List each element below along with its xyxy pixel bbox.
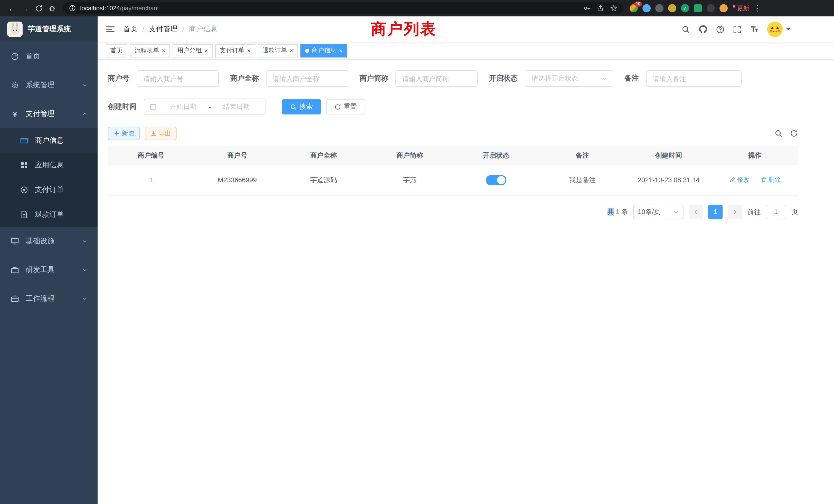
search-button[interactable]: 搜索 [282, 99, 321, 114]
table-right-tools [774, 129, 798, 138]
page-size-select[interactable]: 10条/页 [633, 205, 683, 219]
browser-extension-icon-5[interactable]: ✓ [681, 4, 689, 12]
prev-page-button[interactable] [689, 205, 703, 219]
edit-link[interactable]: 修改 [729, 176, 749, 184]
merchant-no-input[interactable] [137, 70, 219, 87]
address-bar[interactable]: localhost:1024/pay/merchant [63, 2, 623, 14]
password-key-icon[interactable] [584, 5, 591, 12]
tab-refund-order[interactable]: 退款订单× [258, 44, 298, 57]
toolbox-icon [10, 266, 20, 274]
sidebar-item-label: 系统管理 [26, 81, 54, 90]
status-label: 开启状态 [489, 74, 518, 83]
chevron-up-icon [82, 111, 87, 116]
toggle-search-icon[interactable] [774, 129, 783, 138]
yen-icon: ¥ [10, 110, 20, 118]
refresh-table-icon[interactable] [790, 129, 798, 138]
col-merchant-no: 商户号 [194, 146, 280, 165]
sidebar-item-infrastructure[interactable]: 基础设施 [0, 227, 97, 256]
hamburger-icon[interactable] [106, 25, 115, 34]
sidebar-item-system[interactable]: 系统管理 [0, 71, 97, 99]
app-title: 芋道管理系统 [28, 25, 71, 34]
tab-home[interactable]: 首页 [106, 44, 127, 57]
full-name-input[interactable] [266, 70, 348, 87]
sidebar: 芋道管理系统 首页 系统管理 [0, 17, 97, 504]
browser-back-button[interactable]: ← [5, 2, 19, 15]
full-name-label: 商户全称 [230, 74, 259, 83]
bookmark-star-icon[interactable] [610, 5, 617, 12]
fullscreen-icon[interactable] [733, 25, 742, 33]
sidebar-item-home[interactable]: 首页 [0, 42, 97, 71]
date-range-picker[interactable]: 开始日期 - 结束日期 [144, 98, 265, 115]
table-header-row: 商户编号 商户号 商户全称 商户简称 开启状态 备注 创建时间 操作 [108, 146, 798, 165]
tab-close-icon[interactable]: × [339, 47, 343, 54]
sidebar-item-dev-tools[interactable]: 研发工具 [0, 256, 97, 284]
end-date-placeholder: 结束日期 [213, 102, 260, 111]
col-merchant-id: 商户编号 [108, 146, 194, 165]
status-select[interactable]: 请选择开启状态 [525, 70, 613, 87]
sidebar-subitem-app-info[interactable]: 应用信息 [0, 153, 97, 178]
browser-update-button[interactable]: 更新 [733, 4, 749, 13]
caret-down-icon [786, 27, 791, 32]
tab-payment-order[interactable]: 支付订单× [215, 44, 255, 57]
browser-extension-icon-1[interactable]: 10 [630, 4, 638, 12]
logo-avatar [7, 22, 23, 37]
help-icon[interactable] [716, 25, 725, 33]
screen: ← → localhost:1024/pay/merchant [0, 0, 834, 504]
cell-full-name: 芋道源码 [280, 165, 367, 195]
tab-user-group[interactable]: 用户分组× [173, 44, 213, 57]
merchant-table: 商户编号 商户号 商户全称 商户简称 开启状态 备注 创建时间 操作 1 [108, 146, 798, 195]
github-icon[interactable] [698, 25, 708, 34]
tab-close-icon[interactable]: × [247, 47, 250, 54]
sidebar-subitem-refund-order[interactable]: 退款订单 [0, 202, 97, 227]
browser-home-button[interactable] [45, 2, 59, 15]
tab-process-form[interactable]: 流程表单× [130, 44, 170, 57]
next-page-button[interactable] [728, 205, 742, 219]
dashboard-icon [10, 52, 20, 61]
browser-forward-button[interactable]: → [19, 2, 32, 15]
remark-input[interactable] [646, 70, 742, 87]
document-icon [20, 210, 29, 219]
breadcrumb-home[interactable]: 首页 [123, 25, 138, 34]
app-logo[interactable]: 芋道管理系统 [0, 17, 97, 42]
header-search-icon[interactable] [681, 25, 690, 33]
tab-close-icon[interactable]: × [162, 47, 166, 54]
sidebar-item-label: 应用信息 [35, 161, 64, 170]
reset-button[interactable]: 重置 [326, 99, 365, 114]
share-icon[interactable] [597, 5, 604, 12]
site-info-icon[interactable] [69, 5, 76, 12]
sidebar-subitem-merchant-info[interactable]: 商户信息 [0, 128, 97, 153]
browser-extension-icon-2[interactable] [642, 4, 651, 12]
sidebar-subitem-pay-order[interactable]: 支付订单 [0, 178, 97, 202]
status-toggle[interactable] [486, 175, 506, 185]
user-menu[interactable] [767, 22, 791, 37]
sidebar-item-workflow[interactable]: 工作流程 [0, 284, 97, 313]
tab-merchant-info[interactable]: 商户信息× [301, 44, 347, 57]
target-icon [20, 186, 29, 194]
browser-extension-icon-4[interactable] [668, 4, 676, 12]
short-name-input[interactable] [395, 70, 478, 87]
create-time-label: 创建时间 [108, 102, 137, 111]
cell-short-name: 芋艿 [367, 165, 453, 195]
sidebar-item-payment[interactable]: ¥ 支付管理 [0, 99, 97, 128]
export-button[interactable]: 导出 [145, 127, 177, 140]
col-status: 开启状态 [453, 146, 539, 165]
breadcrumb-payment[interactable]: 支付管理 [149, 25, 178, 34]
browser-reload-button[interactable] [32, 2, 45, 15]
sidebar-item-label: 支付订单 [35, 185, 64, 194]
tab-close-icon[interactable]: × [290, 47, 293, 54]
page-number-1[interactable]: 1 [708, 205, 723, 219]
goto-page-input[interactable] [766, 205, 786, 219]
font-size-icon[interactable] [750, 25, 759, 34]
chevron-down-icon [82, 296, 87, 301]
browser-extension-icon-7[interactable] [707, 4, 715, 12]
browser-extension-icon-3[interactable] [655, 4, 663, 12]
delete-link[interactable]: 删除 [761, 176, 781, 184]
browser-menu-icon[interactable]: ⋮ [753, 4, 761, 13]
user-avatar [767, 22, 783, 37]
tab-close-icon[interactable]: × [204, 47, 208, 54]
sidebar-item-label: 基础设施 [26, 236, 54, 246]
browser-extension-icon-6[interactable] [694, 4, 702, 12]
add-button[interactable]: 新增 [108, 127, 140, 140]
breadcrumb-separator: / [182, 25, 184, 33]
browser-profile-avatar[interactable] [720, 4, 728, 12]
